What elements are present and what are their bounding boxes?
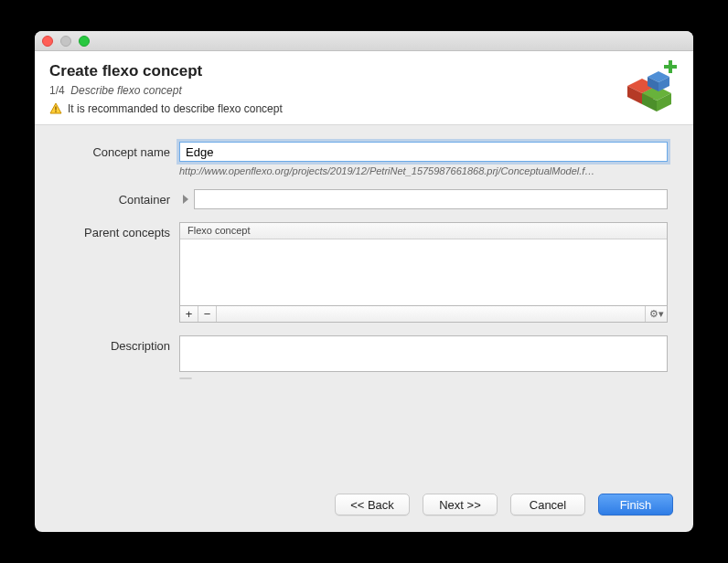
warning-text: It is recommanded to describe flexo conc…	[68, 102, 283, 115]
close-icon[interactable]	[42, 36, 53, 47]
page-title: Create flexo concept	[49, 62, 679, 80]
container-input[interactable]	[194, 189, 668, 209]
maximize-icon[interactable]	[79, 36, 90, 47]
container-label: Container	[60, 193, 170, 207]
svg-rect-2	[55, 111, 56, 112]
minimize-icon[interactable]	[60, 36, 71, 47]
finish-button[interactable]: Finish	[598, 494, 673, 515]
step-description: Describe flexo concept	[70, 84, 181, 97]
parent-concepts-body[interactable]	[180, 239, 667, 305]
parent-concepts-list[interactable]: Flexo concept	[179, 222, 668, 306]
step-indicator: 1/4 Describe flexo concept	[49, 84, 679, 97]
remove-button[interactable]: −	[198, 306, 217, 322]
wizard-header: Create flexo concept 1/4 Describe flexo …	[35, 51, 693, 125]
description-label: Description	[60, 335, 170, 353]
back-button[interactable]: << Back	[335, 494, 410, 515]
titlebar	[35, 31, 693, 51]
gear-icon[interactable]: ⚙▾	[645, 306, 667, 322]
svg-rect-1	[55, 107, 56, 111]
parent-concepts-label: Parent concepts	[60, 222, 170, 239]
row-concept-name: Concept name http://www.openflexo.org/pr…	[60, 142, 668, 176]
description-textarea[interactable]	[179, 335, 668, 372]
wizard-window: Create flexo concept 1/4 Describe flexo …	[35, 31, 693, 532]
concept-name-input[interactable]	[179, 142, 668, 162]
row-parent-concepts: Parent concepts Flexo concept + − ⚙▾	[60, 222, 668, 323]
wizard-logo-icon	[622, 58, 680, 117]
concept-name-label: Concept name	[60, 142, 170, 159]
add-button[interactable]: +	[180, 306, 198, 322]
concept-uri-hint: http://www.openflexo.org/projects/2019/1…	[179, 165, 668, 176]
cancel-button[interactable]: Cancel	[510, 494, 585, 515]
svg-rect-13	[664, 65, 677, 69]
chevron-right-icon[interactable]	[183, 195, 188, 204]
button-bar: << Back Next >> Cancel Finish	[35, 481, 693, 532]
step-number: 1/4	[49, 84, 65, 97]
parent-concepts-header: Flexo concept	[180, 223, 667, 239]
row-container: Container	[60, 189, 668, 209]
scrollbar[interactable]	[179, 377, 192, 379]
next-button[interactable]: Next >>	[423, 494, 498, 515]
form-content: Concept name http://www.openflexo.org/pr…	[35, 125, 693, 481]
parent-concepts-toolbar: + − ⚙▾	[179, 306, 668, 323]
warning-line: It is recommanded to describe flexo conc…	[49, 102, 679, 115]
warning-icon	[49, 102, 62, 115]
row-description: Description	[60, 335, 668, 379]
